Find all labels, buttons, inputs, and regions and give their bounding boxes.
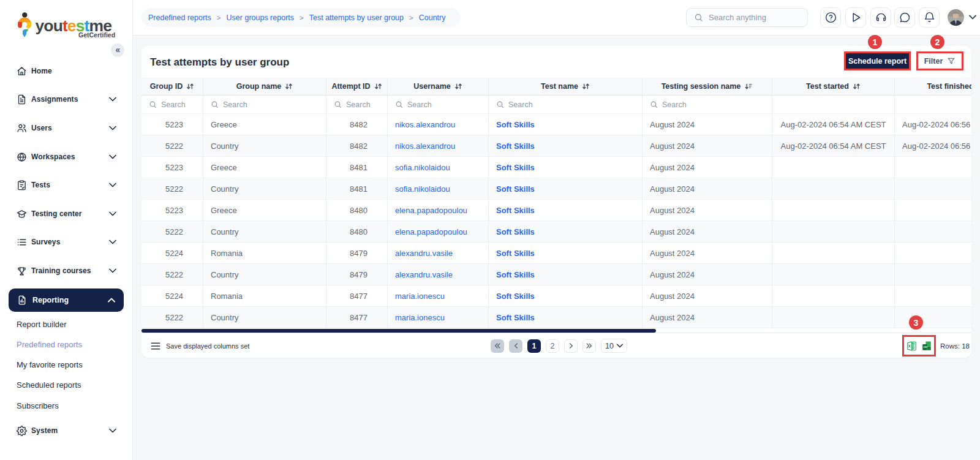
svg-text:GetCertified: GetCertified [78, 31, 115, 39]
svg-text:CSV: CSV [923, 346, 928, 349]
